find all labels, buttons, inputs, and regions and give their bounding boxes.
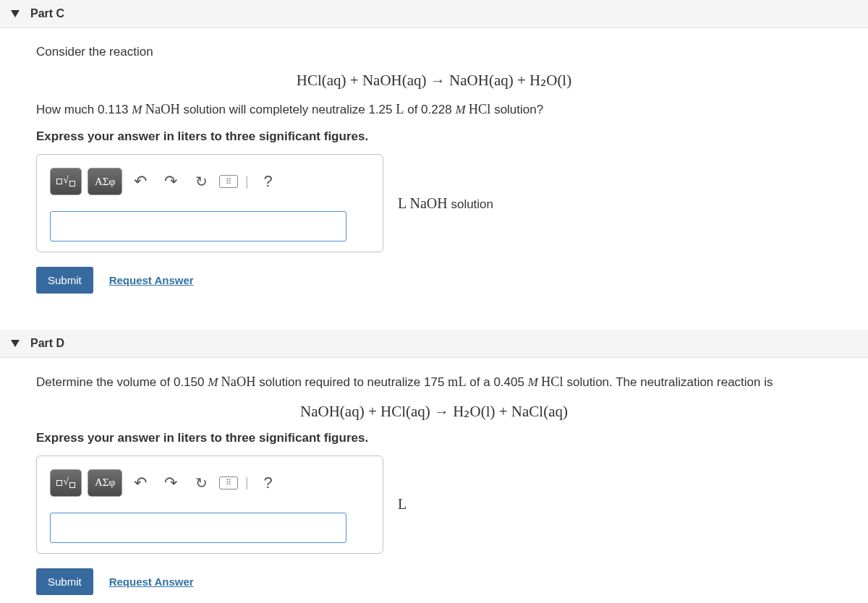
template-button[interactable]: √ (50, 168, 82, 195)
part-c-actions: Submit Request Answer (36, 267, 832, 294)
request-answer-link[interactable]: Request Answer (109, 274, 194, 286)
request-answer-link[interactable]: Request Answer (109, 576, 194, 588)
part-d-answer-input[interactable] (50, 513, 346, 543)
root-icon: √ (63, 476, 69, 487)
submit-button[interactable]: Submit (36, 267, 93, 294)
part-c-answer-box: √ ΑΣφ | ? (36, 154, 383, 252)
part-d-units: L (398, 496, 407, 513)
greek-button[interactable]: ΑΣφ (88, 469, 122, 497)
part-c-answer-input[interactable] (50, 211, 346, 241)
help-button[interactable]: ? (256, 471, 281, 495)
part-c-units: L NaOH solution (398, 195, 493, 212)
keyboard-icon[interactable] (219, 476, 238, 489)
redo-icon[interactable] (158, 169, 183, 194)
part-c-intro: Consider the reaction (36, 43, 832, 61)
part-c-equation: HCl(aq) + NaOH(aq) → NaOH(aq) + H₂O(l) (36, 72, 832, 90)
divider: | (245, 475, 249, 490)
part-d-equation: NaOH(aq) + HCl(aq) → H₂O(l) + NaCl(aq) (36, 403, 832, 421)
part-c-body: Consider the reaction HCl(aq) + NaOH(aq)… (0, 28, 868, 308)
part-c-question: How much 0.113 M NaOH solution will comp… (36, 100, 832, 120)
part-d-answer-box: √ ΑΣφ | ? (36, 456, 383, 554)
part-c-instruction: Express your answer in liters to three s… (36, 129, 832, 144)
box-icon (56, 179, 62, 184)
redo-icon[interactable] (158, 471, 183, 495)
part-d: Part D Determine the volume of 0.150 M N… (0, 330, 868, 603)
divider: | (245, 174, 249, 189)
reset-icon[interactable] (189, 169, 213, 194)
undo-icon[interactable] (128, 471, 153, 495)
greek-button[interactable]: ΑΣφ (88, 168, 122, 195)
part-c-toolbar: √ ΑΣφ | ? (50, 168, 370, 195)
part-d-actions: Submit Request Answer (36, 568, 832, 595)
box-icon-2 (69, 482, 75, 488)
box-icon (56, 480, 62, 486)
part-d-question: Determine the volume of 0.150 M NaOH sol… (36, 372, 832, 393)
part-d-header[interactable]: Part D (0, 330, 868, 358)
root-icon: √ (63, 174, 69, 186)
part-d-toolbar: √ ΑΣφ | ? (50, 469, 370, 497)
part-d-instruction: Express your answer in liters to three s… (36, 431, 832, 445)
part-d-body: Determine the volume of 0.150 M NaOH sol… (0, 358, 868, 603)
reset-icon[interactable] (189, 471, 213, 495)
undo-icon[interactable] (128, 169, 153, 194)
caret-down-icon (11, 10, 20, 17)
template-button[interactable]: √ (50, 469, 82, 497)
part-c-title: Part C (30, 7, 64, 20)
part-d-title: Part D (30, 337, 64, 350)
part-c: Part C Consider the reaction HCl(aq) + N… (0, 0, 868, 308)
help-button[interactable]: ? (256, 169, 281, 194)
submit-button[interactable]: Submit (36, 568, 93, 595)
part-c-header[interactable]: Part C (0, 0, 868, 28)
caret-down-icon (11, 340, 20, 347)
keyboard-icon[interactable] (219, 175, 238, 188)
box-icon-2 (69, 181, 75, 187)
